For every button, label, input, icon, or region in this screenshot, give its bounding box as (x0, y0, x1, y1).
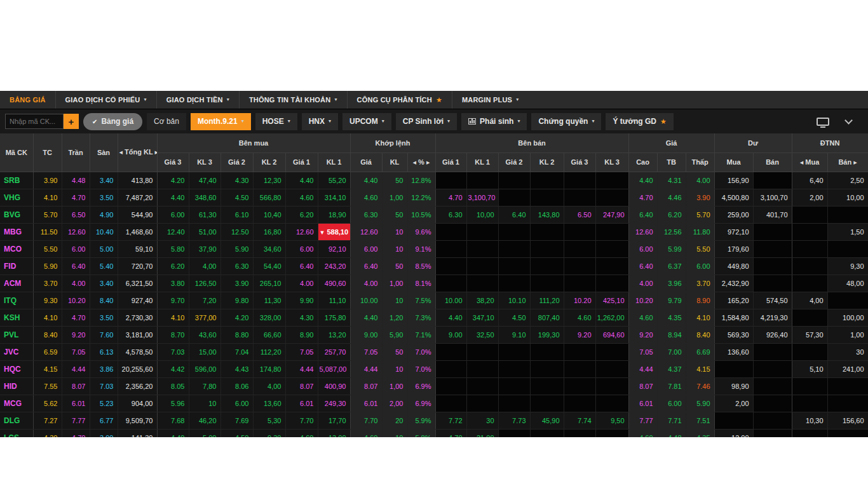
column-header-kl-1-mua[interactable]: KL 1 (318, 152, 350, 172)
column-header-tc[interactable]: TC (33, 133, 62, 172)
toolbar-button-cp-sinh-loi[interactable]: CP Sinh lời▾ (396, 113, 457, 130)
value-cell: 449,80 (714, 257, 753, 274)
nav-item-thong-tin-tai-khoan[interactable]: THÔNG TIN TÀI KHOẢN▾ (239, 91, 347, 109)
column-header-pct[interactable]: ◂ % ▸ (407, 152, 435, 172)
column-header-dtnn-ban[interactable]: Bán ▸ (827, 152, 868, 172)
symbol-cell: DLG (0, 412, 33, 429)
column-header-thap[interactable]: Thấp (686, 152, 714, 172)
value-cell (827, 377, 868, 395)
nav-item-margin-plus[interactable]: MARGIN PLUS▾ (452, 91, 528, 109)
table-row[interactable]: MCO5.506.005.0059,105.8037,905.9034,606.… (0, 240, 868, 257)
toolbar-button-y-tuong-gd[interactable]: Ý tưởng GD★ (606, 113, 673, 130)
value-cell: 4.40 (157, 189, 189, 206)
table-row[interactable]: JVC6.597.056.134,578,507.0315,007.04112,… (0, 343, 868, 360)
toolbar-button-hose[interactable]: HOSE▾ (255, 113, 297, 130)
column-header-gia-3-ban[interactable]: Giá 3 (564, 152, 595, 172)
table-row[interactable]: FID5.906.405.40720,706.204,006.3054,406.… (0, 257, 868, 274)
toolbar-button-chung-quyen[interactable]: Chứng quyền▾ (531, 113, 601, 130)
table-row[interactable]: MCG5.626.015.23904,005.96106.0013,606.01… (0, 395, 868, 412)
table-row[interactable]: LCS4.304.703.90141,304.405,004.509,304.6… (0, 429, 868, 437)
column-header-gia-1-ban[interactable]: Giá 1 (435, 152, 466, 172)
value-cell (595, 343, 628, 360)
column-header-khop-lenh[interactable]: Khớp lệnh (350, 133, 435, 152)
value-cell: 7.3% (407, 309, 435, 326)
toolbar-button-co-ban[interactable]: Cơ bản (147, 113, 186, 130)
column-header-gia[interactable]: Giá (628, 133, 714, 152)
table-row[interactable]: HQC4.154.443.8620,255,604.42596,004.4317… (0, 360, 868, 377)
value-cell: 4.60 (564, 309, 595, 326)
column-header-san[interactable]: Sàn (90, 133, 118, 172)
value-cell (435, 360, 466, 377)
symbol-cell: FID (0, 257, 33, 274)
toolbar-button-hnx[interactable]: HNX▾ (302, 113, 338, 130)
column-header-kl-khop[interactable]: KL (382, 152, 407, 172)
table-row[interactable]: HID7.558.077.032,356,208.057,808.064,008… (0, 377, 868, 395)
toolbar-right (817, 118, 863, 126)
table-row[interactable]: ACM3.704.003.406,321,503.80126,503.90265… (0, 274, 868, 292)
nav-item-cong-cu-phan-tich[interactable]: CÔNG CỤ PHÂN TÍCH★ (347, 91, 452, 109)
value-cell: 5.9% (407, 412, 435, 429)
column-header-cao[interactable]: Cao (628, 152, 657, 172)
toolbar-button-month-9-21[interactable]: Month.9.21▾ (191, 113, 251, 130)
column-header-du[interactable]: Dư (714, 133, 792, 152)
column-header-gia-2-ban[interactable]: Giá 2 (498, 152, 530, 172)
column-header-kl-3-ban[interactable]: KL 3 (595, 152, 628, 172)
value-cell: 2,00 (714, 395, 753, 412)
value-cell: 9,50 (595, 412, 628, 429)
column-header-dtnn-mua[interactable]: ◂ Mua (792, 152, 827, 172)
value-cell: 7.05 (350, 343, 382, 360)
add-symbol-button[interactable]: + (64, 114, 79, 129)
value-cell: 8.05 (157, 377, 189, 395)
column-header-tb[interactable]: TB (657, 152, 686, 172)
value-cell: 10,00 (466, 206, 498, 223)
table-row[interactable]: ITQ9.3010.208.40927,409.707,209.8011,309… (0, 292, 868, 309)
nav-item-label: MARGIN PLUS (462, 96, 512, 104)
table-row[interactable]: DLG7.277.776.779,509,707.6846,207.695,30… (0, 412, 868, 429)
column-header-tong-kl[interactable]: ◂ Tổng KL ▸ (118, 133, 157, 172)
table-row[interactable]: MBG11.5012.6010.401,468,6012.4051,0012.5… (0, 223, 868, 240)
column-header-gia-2-mua[interactable]: Giá 2 (220, 152, 253, 172)
value-cell: 4.30 (33, 429, 62, 437)
column-header-du-ban[interactable]: Bán (753, 152, 792, 172)
value-cell: 6.40 (62, 257, 90, 274)
toolbar-button-phai-sinh[interactable]: Phái sinh▾ (461, 113, 527, 130)
table-row[interactable]: VHG4.104.703.507,487,204.40348,604.50566… (0, 189, 868, 206)
column-header-ma-ck[interactable]: Mã CK (0, 133, 33, 172)
monitor-icon[interactable] (817, 118, 829, 126)
table-row[interactable]: BVG5.706.504.90544,906.0061,306.1010,406… (0, 206, 868, 223)
column-header-kl-2-mua[interactable]: KL 2 (253, 152, 285, 172)
column-header-du-mua[interactable]: Mua (714, 152, 753, 172)
column-header-ben-mua[interactable]: Bên mua (157, 133, 350, 152)
value-cell: 10 (382, 360, 407, 377)
value-cell: 20 (382, 412, 407, 429)
column-header-gia-3-mua[interactable]: Giá 3 (157, 152, 189, 172)
chevron-down-icon: ▾ (334, 97, 337, 102)
column-header-kl-3-mua[interactable]: KL 3 (189, 152, 220, 172)
value-cell: 4.42 (157, 360, 189, 377)
nav-item-bang-gia[interactable]: BẢNG GIÁ (0, 91, 55, 109)
value-cell: 5,087,00 (318, 360, 350, 377)
value-cell: 4,500,80 (714, 189, 753, 206)
search-input[interactable] (5, 114, 64, 129)
chevron-down-icon[interactable] (844, 116, 853, 125)
toolbar-button-bang-gia-view[interactable]: ✔Bảng giá (83, 113, 142, 130)
table-row[interactable]: PVL8.409.207.603,181,008.7043,608.8066,6… (0, 326, 868, 343)
column-header-tran[interactable]: Trần (62, 133, 90, 172)
column-header-dtnn[interactable]: ĐTNN (792, 133, 868, 152)
table-row[interactable]: SRB3.904.483.40413,804.2047,404.3012,304… (0, 172, 868, 189)
column-header-gia-khop[interactable]: Giá (350, 152, 382, 172)
value-cell: 927,40 (118, 292, 157, 309)
value-cell: 9,509,70 (118, 412, 157, 429)
table-row[interactable]: KSH4.104.703.502,730,304.10377,004.20328… (0, 309, 868, 326)
column-header-gia-1-mua[interactable]: Giá 1 (285, 152, 318, 172)
column-header-ben-ban[interactable]: Bên bán (435, 133, 628, 152)
value-cell: 6.10 (220, 206, 253, 223)
value-cell: 6.40 (285, 257, 318, 274)
toolbar-button-upcom[interactable]: UPCOM▾ (342, 113, 391, 130)
nav-item-giao-dich-co-phieu[interactable]: GIAO DỊCH CỔ PHIẾU▾ (55, 91, 156, 109)
value-cell (827, 206, 868, 223)
column-header-kl-2-ban[interactable]: KL 2 (530, 152, 564, 172)
column-header-kl-1-ban[interactable]: KL 1 (466, 152, 498, 172)
value-cell: 400,90 (318, 377, 350, 395)
nav-item-giao-dich-tien[interactable]: GIAO DỊCH TIỀN▾ (156, 91, 239, 109)
